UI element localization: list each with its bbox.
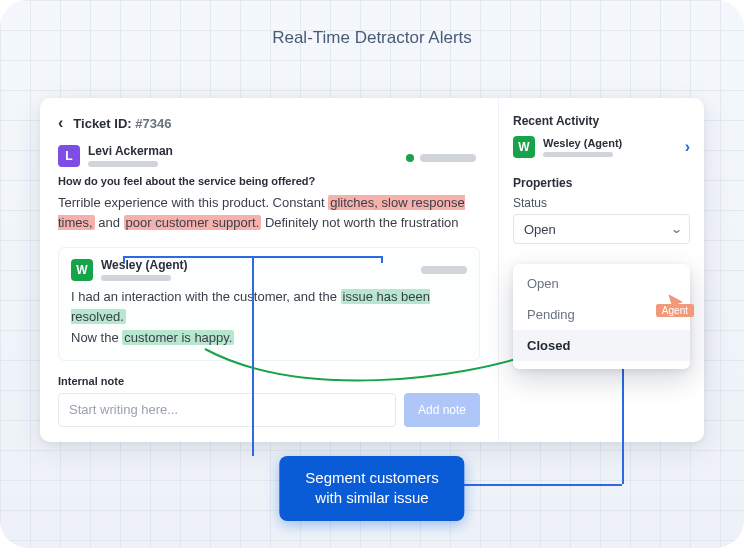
agent-reply-body: I had an interaction with the customer, …	[71, 287, 467, 347]
agent-name: Wesley (Agent)	[543, 137, 677, 149]
recent-activity-item[interactable]: W Wesley (Agent) ›	[513, 136, 690, 158]
agent-name: Wesley (Agent)	[101, 258, 187, 272]
chevron-right-icon[interactable]: ›	[685, 138, 690, 156]
agent-reply: W Wesley (Agent) I had an interaction wi…	[58, 247, 480, 360]
skeleton-bar	[421, 266, 467, 274]
page-title: Real-Time Detractor Alerts	[0, 28, 744, 48]
agent-avatar: W	[513, 136, 535, 158]
skeleton-bar	[420, 154, 476, 162]
customer-name: Levi Ackerman	[88, 144, 173, 158]
properties-heading: Properties	[513, 176, 690, 190]
add-note-button[interactable]: Add note	[404, 393, 480, 427]
customer-message: L Levi Ackerman How do you feel about th…	[58, 144, 480, 233]
ticket-sidebar: Recent Activity W Wesley (Agent) › Prope…	[498, 98, 704, 442]
back-button[interactable]: ‹	[58, 114, 63, 132]
agent-avatar: W	[71, 259, 93, 281]
skeleton-bar	[101, 275, 171, 281]
cursor-agent-badge: Agent	[656, 304, 694, 317]
internal-note-section: Internal note Add note	[58, 375, 480, 427]
chevron-down-icon: ⌄	[670, 222, 683, 236]
ticket-id-label: Ticket ID: #7346	[73, 116, 171, 131]
segment-callout: Segment customers with similar issue	[279, 456, 464, 521]
customer-avatar: L	[58, 145, 80, 167]
status-label: Status	[513, 196, 690, 210]
customer-feedback-body: Terrible experience with this product. C…	[58, 193, 480, 233]
status-select-value: Open	[524, 222, 556, 237]
ticket-card: ‹ Ticket ID: #7346 L Levi Ackerman	[40, 98, 704, 442]
survey-question: How do you feel about the service being …	[58, 175, 480, 187]
internal-note-label: Internal note	[58, 375, 480, 387]
skeleton-bar	[88, 161, 158, 167]
status-indicator	[406, 154, 476, 162]
ticket-main: ‹ Ticket ID: #7346 L Levi Ackerman	[40, 98, 498, 442]
recent-activity-heading: Recent Activity	[513, 114, 690, 128]
highlight-negative: poor customer support.	[124, 215, 262, 230]
internal-note-input[interactable]	[58, 393, 396, 427]
status-option-closed[interactable]: Closed	[513, 330, 690, 361]
highlight-positive: customer is happy.	[122, 330, 234, 345]
status-select[interactable]: Open ⌄	[513, 214, 690, 244]
skeleton-bar	[543, 152, 613, 157]
status-option-open[interactable]: Open	[513, 268, 690, 299]
online-dot-icon	[406, 154, 414, 162]
